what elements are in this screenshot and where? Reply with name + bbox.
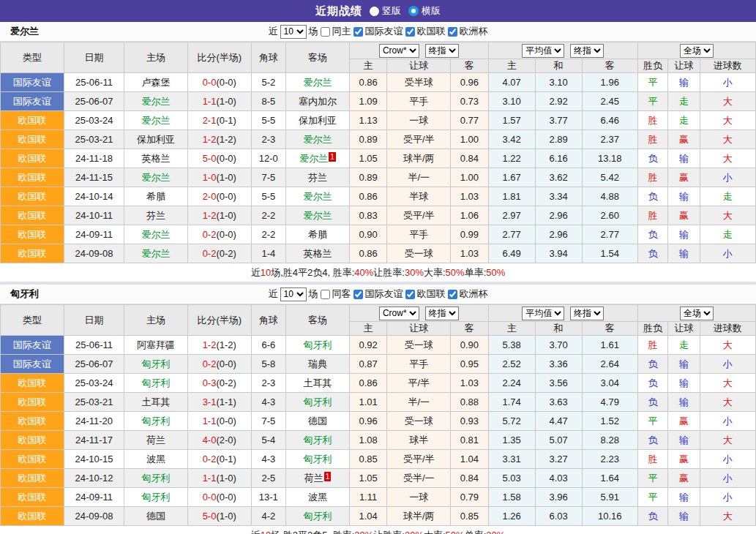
match-type-badge: 国际友谊: [1, 336, 64, 355]
fullmatch-select[interactable]: 全场: [680, 307, 714, 320]
corner-cell: 13-1: [251, 488, 285, 507]
score-cell: 0-2(0-0): [187, 355, 251, 374]
recent-count-select[interactable]: 10: [280, 25, 307, 39]
nations-league-checkbox[interactable]: [405, 27, 415, 37]
summary-text: 10: [261, 267, 271, 278]
home-team-cell: 匈牙利: [124, 412, 188, 431]
score-cell: 0-2(0-0): [187, 225, 251, 244]
final-odds-select[interactable]: 终指: [425, 307, 459, 320]
avg-away-cell: 5.91: [582, 488, 637, 507]
avg-home-cell: 2.97: [488, 206, 535, 225]
goals-cell: 小: [700, 488, 755, 507]
handicap-result-cell: 输: [668, 149, 700, 168]
avg-away-cell: 1.64: [582, 469, 637, 488]
goals-cell: 大: [700, 374, 755, 393]
avg-draw-cell: 3.94: [535, 244, 582, 263]
away-team-cell: 匈牙利: [286, 507, 350, 526]
friendly-label: 国际友谊: [365, 287, 403, 301]
goals-cell: 大: [700, 336, 755, 355]
layout-vertical-option[interactable]: 竖版: [370, 4, 401, 18]
match-type-badge: 欧国联: [1, 168, 64, 187]
card-count-badge: 1: [329, 152, 336, 162]
bookmaker-select[interactable]: Crow*: [379, 44, 419, 58]
euro-checkbox[interactable]: [448, 27, 457, 37]
col-type: 类型: [1, 305, 64, 336]
result-cell: 负: [637, 507, 667, 526]
final-odds-select-2[interactable]: 终指: [570, 44, 604, 58]
games-label: 场: [309, 287, 318, 301]
avg-draw-cell: 4.47: [535, 412, 582, 431]
result-cell: 平: [637, 92, 667, 111]
col-handicap-result: 让球: [668, 322, 700, 336]
goals-cell: 大: [700, 149, 755, 168]
date-cell: 24-10-11: [64, 206, 124, 225]
fullmatch-select[interactable]: 全场: [680, 44, 714, 58]
away-team-cell: 匈牙利: [286, 450, 350, 469]
recent-count-select[interactable]: 10: [280, 287, 307, 301]
handicap-cell: 半球: [387, 187, 451, 206]
home-team-cell: 德国: [124, 507, 188, 526]
home-odds-cell: 0.85: [349, 450, 387, 469]
result-cell: 胜: [637, 450, 667, 469]
home-team-cell: 波黑: [124, 450, 188, 469]
home-odds-cell: 1.13: [349, 111, 387, 130]
handicap-cell: 球半/两: [387, 507, 451, 526]
date-cell: 24-09-08: [64, 507, 124, 526]
score-cell: 3-1(1-1): [187, 393, 251, 412]
avg-home-cell: 5.72: [488, 412, 535, 431]
match-type-badge: 欧国联: [1, 374, 64, 393]
col-handicap-result: 让球: [668, 59, 700, 73]
handicap-result-cell: 输: [668, 355, 700, 374]
handicap-cell: 一球: [387, 111, 451, 130]
avg-away-cell: 1.52: [582, 412, 637, 431]
near-label: 近: [269, 287, 278, 301]
titlebar: 近期战绩 竖版 横版: [0, 0, 756, 22]
date-cell: 25-06-11: [64, 73, 124, 92]
avg-home-cell: 6.49: [488, 244, 535, 263]
handicap-cell: 球半: [387, 431, 451, 450]
horizontal-radio[interactable]: [408, 6, 419, 16]
handicap-result-cell: 输: [668, 73, 700, 92]
date-cell: 25-06-11: [64, 336, 124, 355]
bookmaker-select[interactable]: Crow*: [379, 307, 419, 320]
filter-bar: 近 10 场 同主 国际友谊 欧国联 欧洲杯: [269, 25, 488, 39]
avg-draw-cell: 3.27: [535, 450, 582, 469]
home-team-cell: 英格兰: [124, 149, 188, 168]
summary-text: 50%: [446, 530, 465, 534]
corner-cell: 5-8: [251, 355, 285, 374]
away-team-cell: 土耳其: [286, 374, 350, 393]
goals-cell: 小: [700, 450, 755, 469]
goals-cell: 小: [700, 73, 755, 92]
vertical-radio[interactable]: [370, 7, 379, 16]
same-venue-checkbox[interactable]: [321, 290, 330, 299]
home-odds-cell: 0.86: [349, 244, 387, 263]
friendly-checkbox[interactable]: [353, 27, 363, 37]
match-type-badge: 欧国联: [1, 130, 64, 149]
result-cell: 平: [637, 488, 667, 507]
away-odds-cell: 0.73: [451, 92, 489, 111]
corner-cell: 5-4: [251, 431, 285, 450]
match-type-badge: 欧国联: [1, 488, 64, 507]
summary-text: 让胜率:: [373, 529, 405, 534]
euro-checkbox[interactable]: [448, 290, 457, 299]
score-cell: 0-0(0-0): [187, 488, 251, 507]
handicap-cell: 受半球: [387, 73, 451, 92]
date-cell: 24-11-17: [64, 431, 124, 450]
final-odds-select-2[interactable]: 终指: [570, 307, 604, 320]
nations-league-checkbox[interactable]: [405, 290, 415, 299]
result-cell: 负: [637, 244, 667, 263]
handicap-result-cell: 输: [668, 431, 700, 450]
handicap-cell: 受半/一: [387, 469, 451, 488]
friendly-checkbox[interactable]: [353, 290, 363, 299]
average-select[interactable]: 平均值: [522, 307, 564, 320]
filter-bar: 近 10 场 同客 国际友谊 欧国联 欧洲杯: [269, 287, 488, 301]
average-select[interactable]: 平均值: [522, 44, 564, 58]
match-row: 欧国联25-03-21土耳其3-1(1-1)4-3匈牙利1.01半/一0.881…: [1, 393, 756, 412]
final-odds-select[interactable]: 终指: [425, 44, 459, 58]
same-venue-checkbox[interactable]: [321, 27, 330, 37]
avg-away-cell: 10.16: [582, 507, 637, 526]
layout-horizontal-option[interactable]: 横版: [408, 4, 441, 18]
match-type-badge: 欧国联: [1, 507, 64, 526]
avg-away-cell: 13.18: [582, 149, 637, 168]
avg-draw-cell: 3.10: [535, 73, 582, 92]
